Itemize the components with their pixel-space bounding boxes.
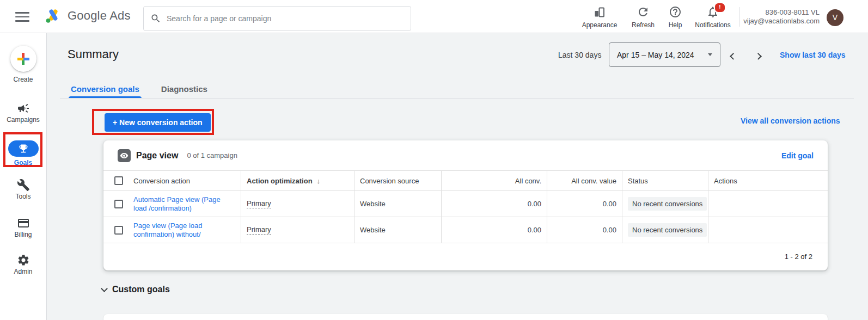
chevron-left-icon — [730, 53, 737, 60]
refresh-label: Refresh — [626, 21, 661, 29]
create-plus-icon — [10, 46, 36, 72]
col-all-conv[interactable]: All conv. — [441, 171, 547, 190]
table-row: Automatic Page view (Page load /confirma… — [103, 191, 828, 217]
row-actions-cell — [708, 217, 828, 243]
account-email: vijay@vacationlabs.com — [743, 17, 820, 26]
all-conv-value-value: 0.00 — [547, 191, 622, 217]
col-conversion-source[interactable]: Conversion source — [354, 171, 441, 190]
col-conversion-action[interactable]: Conversion action — [133, 171, 241, 190]
status-badge: No recent conversions — [628, 223, 707, 237]
tab-bar: Conversion goals Diagnostics — [69, 79, 210, 99]
google-ads-logo-icon — [45, 7, 62, 24]
campaigns-icon — [0, 102, 46, 115]
billing-icon — [0, 217, 46, 230]
avatar[interactable]: V — [827, 9, 843, 26]
select-all-checkbox[interactable] — [114, 176, 123, 185]
account-info[interactable]: 836-003-8011 VL vijay@vacationlabs.com — [743, 8, 820, 26]
goal-card-header: Page view 0 of 1 campaign Edit goal — [103, 140, 828, 170]
account-id: 836-003-8011 VL — [743, 8, 820, 17]
sidebar-item-create[interactable]: Create — [0, 46, 46, 83]
date-range-value: Apr 15 – May 14, 2024 — [617, 51, 701, 59]
new-conversion-action-button[interactable]: + New conversion action — [105, 113, 211, 132]
chevron-down-icon — [708, 53, 712, 56]
source-value: Website — [354, 191, 441, 217]
table-row: Page view (Page load confirmation) witho… — [103, 217, 828, 243]
date-range-preset-label: Last 30 days — [558, 51, 601, 59]
campaigns-label: Campaigns — [0, 116, 46, 124]
tools-label: Tools — [0, 193, 46, 200]
all-conv-value-value: 0.00 — [547, 217, 622, 243]
source-value: Website — [354, 217, 441, 243]
google-ads-logo[interactable]: Google Ads — [45, 7, 131, 24]
all-conv-value: 0.00 — [441, 191, 547, 217]
row-actions-cell — [708, 191, 828, 217]
col-actions[interactable]: Actions — [708, 171, 828, 190]
sidebar-item-admin[interactable]: Admin — [0, 254, 46, 275]
col-action-optimization[interactable]: Action optimization ↓ — [241, 171, 354, 190]
admin-label: Admin — [0, 268, 46, 275]
date-prev-button[interactable] — [731, 52, 736, 60]
help-label: Help — [663, 21, 688, 29]
optimization-value[interactable]: Primary — [247, 225, 271, 235]
optimization-value[interactable]: Primary — [247, 199, 271, 208]
show-last-30-days-link[interactable]: Show last 30 days — [780, 51, 846, 59]
goals-label: Goals — [0, 159, 46, 167]
create-label: Create — [0, 76, 46, 83]
appearance-button[interactable]: Appearance — [579, 5, 620, 29]
custom-goals-card — [103, 314, 828, 320]
tab-diagnostics[interactable]: Diagnostics — [159, 79, 210, 99]
goals-pill — [8, 140, 39, 157]
custom-goals-toggle[interactable]: Custom goals — [102, 285, 170, 294]
col-status[interactable]: Status — [622, 171, 708, 190]
sidebar-item-campaigns[interactable]: Campaigns — [0, 102, 46, 124]
help-icon — [663, 5, 688, 20]
table-header-row: Conversion action Action optimization ↓ … — [103, 170, 828, 191]
page-title: Summary — [68, 47, 119, 61]
notification-badge: ! — [714, 2, 726, 13]
goal-subtitle: 0 of 1 campaign — [187, 151, 237, 159]
search-input[interactable] — [167, 14, 384, 23]
billing-label: Billing — [0, 231, 46, 238]
tab-conversion-goals[interactable]: Conversion goals — [69, 79, 142, 99]
notifications-button[interactable]: ! Notifications — [689, 5, 736, 29]
topbar: Google Ads Appearance Refresh Help ! — [0, 0, 868, 33]
search-bar[interactable] — [143, 6, 411, 31]
appearance-icon — [579, 5, 620, 20]
appearance-label: Appearance — [579, 21, 620, 29]
notifications-label: Notifications — [689, 21, 736, 29]
help-button[interactable]: Help — [663, 5, 688, 29]
row-checkbox[interactable] — [114, 226, 123, 235]
col-all-conv-value[interactable]: All conv. value — [547, 171, 622, 190]
chevron-right-icon — [755, 53, 762, 60]
edit-goal-link[interactable]: Edit goal — [781, 151, 814, 160]
brand-name: Google Ads — [68, 9, 131, 23]
conversion-action-link[interactable]: Page view (Page load confirmation) witho… — [133, 221, 235, 239]
main-content: Summary Last 30 days Apr 15 – May 14, 20… — [47, 33, 868, 320]
sidebar-item-goals[interactable]: Goals — [0, 140, 46, 167]
chevron-down-icon — [101, 285, 108, 292]
view-all-conversion-actions-link[interactable]: View all conversion actions — [741, 116, 840, 125]
sort-descending-icon: ↓ — [317, 177, 321, 185]
refresh-button[interactable]: Refresh — [626, 5, 661, 29]
topbar-divider — [739, 7, 739, 27]
row-checkbox[interactable] — [114, 200, 123, 208]
date-range-select[interactable]: Apr 15 – May 14, 2024 — [609, 42, 720, 67]
page-view-goal-card: Page view 0 of 1 campaign Edit goal Conv… — [103, 140, 828, 270]
conversion-action-link[interactable]: Automatic Page view (Page load /confirma… — [133, 195, 235, 213]
bell-icon: ! — [689, 5, 736, 20]
page-view-icon — [118, 149, 131, 162]
sidebar-item-tools[interactable]: Tools — [0, 179, 46, 200]
main-menu-icon[interactable] — [15, 12, 29, 22]
goal-title: Page view — [136, 151, 178, 161]
custom-goals-label: Custom goals — [112, 285, 170, 294]
status-badge: No recent conversions — [628, 197, 707, 211]
gear-icon — [0, 254, 46, 267]
date-next-button[interactable] — [756, 52, 761, 60]
sidebar: Create Campaigns Goals Tools Billing Adm… — [0, 33, 47, 320]
tools-icon — [0, 179, 46, 192]
table-pagination: 1 - 2 of 2 — [103, 243, 828, 270]
refresh-icon — [626, 5, 661, 20]
trophy-icon — [18, 143, 29, 154]
all-conv-value: 0.00 — [441, 217, 547, 243]
sidebar-item-billing[interactable]: Billing — [0, 217, 46, 238]
